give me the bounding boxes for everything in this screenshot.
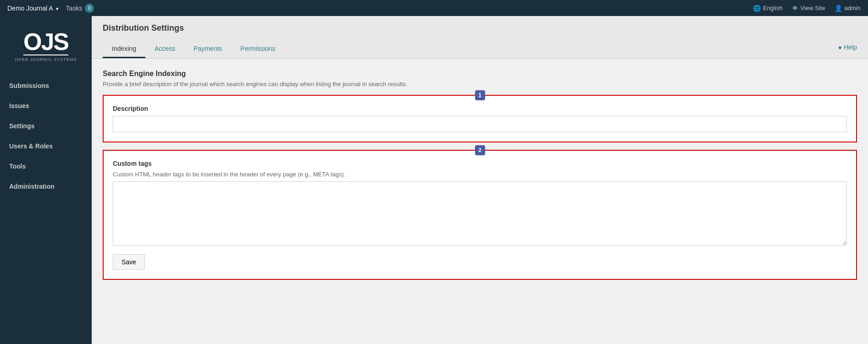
tab-access[interactable]: Access <box>145 40 184 58</box>
custom-tags-section: 2 Custom tags Custom HTML header tags to… <box>103 150 857 280</box>
top-bar-right: English View Site admin <box>753 5 861 12</box>
top-bar-left: Demo Journal A Tasks 0 <box>7 4 753 13</box>
sidebar-item-tools[interactable]: Tools <box>0 156 92 176</box>
description-input[interactable] <box>113 116 847 132</box>
ojs-logo: OJS <box>23 30 68 55</box>
admin-link[interactable]: admin <box>835 5 861 12</box>
page-content: Search Engine Indexing Provide a brief d… <box>92 59 868 344</box>
custom-tags-textarea[interactable] <box>113 181 847 246</box>
description-label: Description <box>113 105 847 112</box>
sidebar-item-administration[interactable]: Administration <box>0 176 92 197</box>
sidebar-item-users-roles[interactable]: Users & Roles <box>0 136 92 156</box>
journal-dropdown-icon <box>56 5 59 12</box>
sidebar-item-settings[interactable]: Settings <box>0 116 92 136</box>
language-selector[interactable]: English <box>753 5 783 12</box>
page-title: Distribution Settings <box>103 23 857 33</box>
badge-2: 2 <box>475 145 485 155</box>
save-button[interactable]: Save <box>113 254 145 270</box>
badge-1: 1 <box>475 90 485 100</box>
eye-icon <box>792 5 798 12</box>
main-layout: OJS Open Journal Systems Submissions Iss… <box>0 16 868 344</box>
globe-icon <box>753 5 761 12</box>
user-icon <box>835 5 842 12</box>
tab-indexing[interactable]: Indexing <box>103 40 145 58</box>
top-bar: Demo Journal A Tasks 0 English View Site… <box>0 0 868 16</box>
tasks-badge: 0 <box>85 4 94 13</box>
info-icon <box>838 44 842 51</box>
logo-subtitle: Open Journal Systems <box>15 57 77 62</box>
tab-permissions[interactable]: Permissions <box>231 40 284 58</box>
content-area: Distribution Settings Indexing Access Pa… <box>92 16 868 344</box>
journal-name[interactable]: Demo Journal A <box>7 5 59 12</box>
description-section: 1 Description <box>103 95 857 142</box>
view-site-link[interactable]: View Site <box>792 5 825 12</box>
tab-payments[interactable]: Payments <box>184 40 231 58</box>
logo-area: OJS Open Journal Systems <box>0 21 92 76</box>
section-title: Search Engine Indexing <box>103 70 857 78</box>
tabs-bar: Indexing Access Payments Permissions Hel… <box>103 40 857 58</box>
sidebar: OJS Open Journal Systems Submissions Iss… <box>0 16 92 344</box>
tasks-item[interactable]: Tasks 0 <box>66 4 94 13</box>
help-button[interactable]: Help <box>838 44 857 55</box>
page-header: Distribution Settings Indexing Access Pa… <box>92 16 868 59</box>
section-desc: Provide a brief description of the journ… <box>103 81 857 87</box>
custom-tags-desc: Custom HTML header tags to be inserted i… <box>113 171 847 178</box>
custom-tags-label: Custom tags <box>113 160 847 167</box>
sidebar-item-issues[interactable]: Issues <box>0 96 92 116</box>
sidebar-item-submissions[interactable]: Submissions <box>0 76 92 96</box>
